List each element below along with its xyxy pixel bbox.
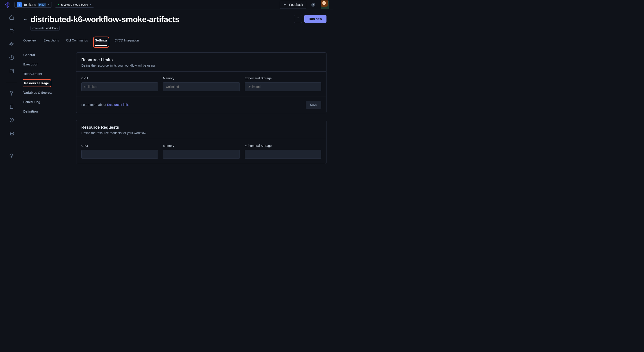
memory-limit-input[interactable]: [163, 82, 240, 91]
stack-icon[interactable]: [9, 104, 14, 110]
svg-point-15: [298, 20, 298, 21]
run-now-button[interactable]: Run now: [304, 15, 326, 23]
tab-settings[interactable]: Settings: [95, 39, 107, 46]
dots-vertical-icon: [298, 17, 298, 21]
subnav-resource-usage[interactable]: Resource Usage: [23, 81, 50, 86]
subnav-test-content[interactable]: Test Content: [23, 71, 70, 76]
subnav-scheduling[interactable]: Scheduling: [23, 100, 70, 105]
chevron-down-icon: ▾: [90, 3, 91, 6]
test-icon[interactable]: [9, 90, 14, 96]
status-dot-icon: [58, 4, 60, 6]
svg-point-4: [12, 29, 14, 30]
cpu-limit-label: CPU: [81, 77, 158, 80]
app-logo[interactable]: [4, 1, 11, 8]
cpu-limit-input[interactable]: [81, 82, 158, 91]
storage-limit-input[interactable]: [245, 82, 321, 91]
feedback-button[interactable]: Feedback: [280, 1, 306, 9]
chevron-down-icon: ▾: [48, 3, 49, 6]
storage-request-input[interactable]: [245, 150, 321, 159]
feedback-label: Feedback: [289, 3, 303, 7]
panel-resource-limits: Resource Limits Define the resource limi…: [76, 53, 326, 113]
reports-icon[interactable]: [9, 55, 14, 61]
resource-limits-link[interactable]: Resource Limits: [107, 103, 129, 107]
memory-request-input[interactable]: [163, 150, 240, 159]
help-button[interactable]: ?: [311, 3, 315, 7]
pro-badge: PRO: [38, 3, 46, 7]
insights-icon[interactable]: [9, 68, 14, 74]
panel-limits-title: Resource Limits: [81, 58, 321, 62]
cpu-request-label: CPU: [81, 144, 158, 148]
user-avatar[interactable]: [321, 1, 329, 9]
shield-icon[interactable]: [9, 117, 14, 123]
subnav-variables-secrets[interactable]: Variables & Secrets: [23, 90, 70, 95]
home-icon[interactable]: [9, 14, 14, 20]
server-icon[interactable]: [9, 131, 14, 137]
org-name: Testkube: [24, 3, 36, 7]
svg-rect-0: [284, 4, 285, 5]
tab-cli-commands[interactable]: CLI Commands: [66, 39, 88, 46]
svg-point-13: [298, 17, 298, 18]
svg-rect-3: [284, 5, 285, 6]
org-selector[interactable]: T Testkube PRO ▾: [14, 2, 52, 8]
svg-point-12: [11, 155, 12, 157]
panel-requests-title: Resource Requests: [81, 125, 321, 130]
tab-overview[interactable]: Overview: [23, 39, 36, 46]
subnav-definition[interactable]: Definition: [23, 109, 70, 114]
slack-icon: [283, 3, 287, 7]
svg-point-14: [298, 19, 298, 19]
cpu-request-input[interactable]: [81, 150, 158, 159]
tab-executions[interactable]: Executions: [44, 39, 59, 46]
workflow-icon[interactable]: [9, 28, 14, 34]
environment-selector[interactable]: testkube-cloud-basic ▾: [55, 2, 94, 8]
panel-requests-desc: Define the resource requests for your wo…: [81, 131, 321, 135]
subnav-general[interactable]: General: [23, 53, 70, 57]
svg-rect-2: [284, 3, 285, 5]
triggers-icon[interactable]: [9, 41, 14, 47]
back-arrow-icon[interactable]: ←: [23, 15, 27, 22]
panel-resource-requests: Resource Requests Define the resource re…: [76, 120, 326, 164]
panel-limits-desc: Define the resource limits your workflow…: [81, 64, 321, 67]
memory-request-label: Memory: [163, 144, 240, 148]
memory-limit-label: Memory: [163, 77, 240, 80]
org-avatar: T: [17, 2, 22, 7]
subnav-execution[interactable]: Execution: [23, 62, 70, 67]
svg-rect-1: [285, 4, 286, 5]
svg-point-11: [10, 135, 11, 135]
storage-limit-label: Ephemeral Storage: [245, 77, 321, 80]
storage-request-label: Ephemeral Storage: [245, 144, 321, 148]
settings-icon[interactable]: [9, 153, 14, 159]
page-title: distributed-k6-workflow-smoke-artifacts: [30, 15, 291, 24]
tab-cicd-integration[interactable]: CI/CD Integration: [114, 39, 139, 46]
environment-name: testkube-cloud-basic: [61, 3, 88, 6]
save-limits-button[interactable]: Save: [306, 101, 321, 109]
more-actions-button[interactable]: [294, 15, 302, 23]
learn-more-limits: Learn more about Resource Limits: [81, 103, 130, 107]
svg-point-7: [12, 120, 12, 120]
workflow-tag: core-tests: workflows: [30, 26, 60, 31]
